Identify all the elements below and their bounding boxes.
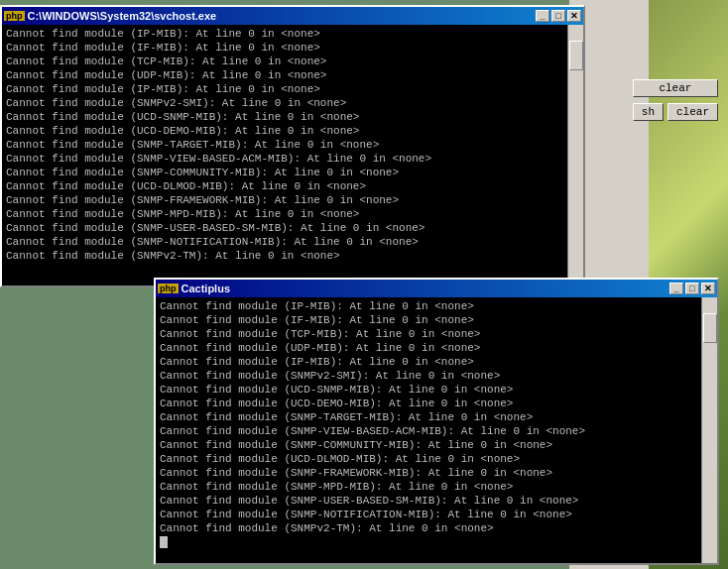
terminal-line: Cannot find module (SNMP-VIEW-BASED-ACM-… <box>160 424 713 438</box>
terminal-line: Cannot find module (IP-MIB): At line 0 i… <box>6 27 579 41</box>
scrollbar-2[interactable] <box>701 297 717 563</box>
title-bar-left-2: php Cactiplus <box>158 283 230 294</box>
terminal-line: Cannot find module (UCD-DLMOD-MIB): At l… <box>160 452 713 466</box>
terminal-line: Cannot find module (IP-MIB): At line 0 i… <box>160 299 713 313</box>
terminal-cursor-line <box>160 535 713 549</box>
title-bar-left-1: php C:\WINDOWS\System32\svchost.exe <box>4 10 216 22</box>
terminal-line: Cannot find module (UCD-SNMP-MIB): At li… <box>6 110 579 124</box>
terminal-line: Cannot find module (TCP-MIB): At line 0 … <box>160 327 713 341</box>
right-button-panel: clear sh clear <box>633 79 718 121</box>
terminal-line: Cannot find module (SNMP-FRAMEWORK-MIB):… <box>6 193 579 207</box>
terminal-line: Cannot find module (SNMP-USER-BASED-SM-M… <box>160 494 713 508</box>
terminal-line: Cannot find module (SNMP-NOTIFICATION-MI… <box>160 508 713 521</box>
terminal-title-2: Cactiplus <box>182 283 231 294</box>
terminal-line: Cannot find module (TCP-MIB): At line 0 … <box>6 55 579 68</box>
minimize-button-2[interactable]: _ <box>669 283 683 294</box>
scrollbar-thumb-1 <box>569 41 583 70</box>
terminal-line: Cannot find module (SNMP-COMMUNITY-MIB):… <box>160 438 713 452</box>
terminal-line: Cannot find module (SNMP-TARGET-MIB): At… <box>160 410 713 424</box>
terminal-line: Cannot find module (SNMPv2-TM): At line … <box>160 521 713 535</box>
terminal-line: Cannot find module (IP-MIB): At line 0 i… <box>6 82 579 96</box>
php-icon-2: php <box>158 284 179 293</box>
php-icon-1: php <box>4 11 25 21</box>
terminal-line: Cannot find module (SNMP-NOTIFICATION-MI… <box>6 235 579 249</box>
title-buttons-1: _ □ ✕ <box>536 10 581 22</box>
terminal-line: Cannot find module (SNMP-USER-BASED-SM-M… <box>6 221 579 235</box>
terminal-line: Cannot find module (SNMP-TARGET-MIB): At… <box>6 138 579 152</box>
clear-button-1[interactable]: clear <box>633 79 718 97</box>
terminal-line: Cannot find module (SNMP-COMMUNITY-MIB):… <box>6 166 579 179</box>
clear-button-2[interactable]: clear <box>667 103 718 121</box>
terminal-line: Cannot find module (IF-MIB): At line 0 i… <box>160 313 713 327</box>
cursor-block <box>160 536 168 548</box>
terminal-window-2: php Cactiplus _ □ ✕ Cannot find module (… <box>154 278 719 565</box>
ush-button[interactable]: sh <box>633 103 664 121</box>
terminal-line: Cannot find module (SNMP-FRAMEWORK-MIB):… <box>160 466 713 480</box>
maximize-button-2[interactable]: □ <box>685 283 699 294</box>
terminal-title-1: C:\WINDOWS\System32\svchost.exe <box>28 10 217 22</box>
terminal-line: Cannot find module (SNMP-MPD-MIB): At li… <box>6 207 579 221</box>
terminal-line: Cannot find module (IP-MIB): At line 0 i… <box>160 355 713 369</box>
terminal-line: Cannot find module (UCD-DLMOD-MIB): At l… <box>6 179 579 193</box>
terminal-line: Cannot find module (UDP-MIB): At line 0 … <box>160 341 713 355</box>
title-bar-2: php Cactiplus _ □ ✕ <box>156 280 717 297</box>
ush-clear-row: sh clear <box>633 103 718 121</box>
terminal-window-1: php C:\WINDOWS\System32\svchost.exe _ □ … <box>0 5 585 287</box>
terminal-line: Cannot find module (SNMP-MPD-MIB): At li… <box>160 480 713 494</box>
title-bar-1: php C:\WINDOWS\System32\svchost.exe _ □ … <box>2 7 583 25</box>
terminal-line: Cannot find module (SNMPv2-SMI): At line… <box>6 96 579 110</box>
minimize-button-1[interactable]: _ <box>536 10 549 22</box>
maximize-button-1[interactable]: □ <box>551 10 565 22</box>
terminal-line: Cannot find module (UCD-SNMP-MIB): At li… <box>160 383 713 397</box>
terminal-line: Cannot find module (UCD-DEMO-MIB): At li… <box>6 124 579 138</box>
scrollbar-1[interactable] <box>567 25 583 285</box>
terminal-line: Cannot find module (UDP-MIB): At line 0 … <box>6 68 579 82</box>
terminal-body-1: Cannot find module (IP-MIB): At line 0 i… <box>2 25 583 285</box>
terminal-line: Cannot find module (UCD-DEMO-MIB): At li… <box>160 397 713 410</box>
scrollbar-thumb-2 <box>703 313 717 343</box>
close-button-2[interactable]: ✕ <box>701 283 715 294</box>
terminal-line: Cannot find module (SNMPv2-TM): At line … <box>6 249 579 263</box>
terminal-body-2: Cannot find module (IP-MIB): At line 0 i… <box>156 297 717 563</box>
terminal-line: Cannot find module (SNMP-VIEW-BASED-ACM-… <box>6 152 579 166</box>
terminal-line: Cannot find module (SNMPv2-SMI): At line… <box>160 369 713 383</box>
terminal-line: Cannot find module (IF-MIB): At line 0 i… <box>6 41 579 55</box>
title-buttons-2: _ □ ✕ <box>669 283 715 294</box>
close-button-1[interactable]: ✕ <box>567 10 581 22</box>
